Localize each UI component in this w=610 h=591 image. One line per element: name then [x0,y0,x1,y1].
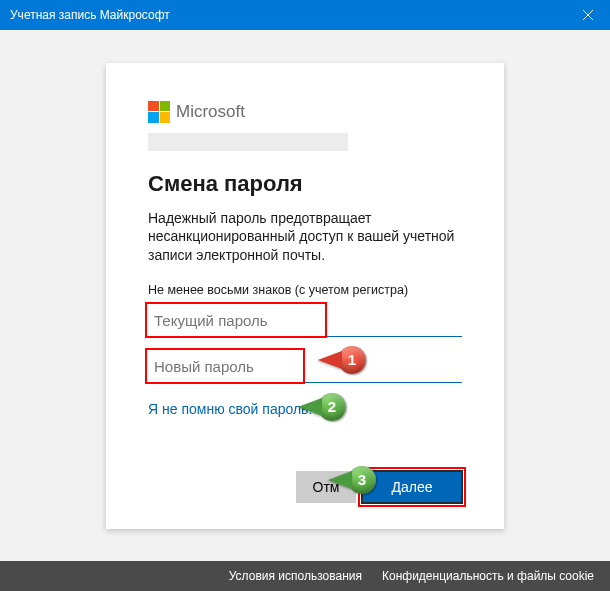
close-icon [583,10,593,20]
content-area: Microsoft Смена пароля Надежный пароль п… [0,30,610,561]
button-row: Отм Далее [296,471,462,503]
footer-terms-link[interactable]: Условия использования [229,569,362,583]
password-hint: Не менее восьми знаков (с учетом регистр… [148,283,462,297]
next-button[interactable]: Далее [362,471,462,503]
new-password-input[interactable] [148,351,462,383]
footer-privacy-link[interactable]: Конфиденциальность и файлы cookie [382,569,594,583]
current-password-input[interactable] [148,305,462,337]
logo-row: Microsoft [148,101,462,123]
callout-2-number: 2 [318,393,346,421]
titlebar: Учетная запись Майкрософт [0,0,610,30]
dialog-card: Microsoft Смена пароля Надежный пароль п… [106,63,504,529]
current-password-wrap [148,305,462,337]
footer: Условия использования Конфиденциальность… [0,561,610,591]
forgot-password-link[interactable]: Я не помню свой пароль. [148,401,312,417]
page-heading: Смена пароля [148,171,462,197]
brand-text: Microsoft [176,102,245,122]
close-button[interactable] [565,0,610,30]
new-password-wrap [148,351,462,383]
cancel-button[interactable]: Отм [296,471,356,503]
window-title: Учетная запись Майкрософт [10,8,565,22]
microsoft-logo-icon [148,101,170,123]
description-text: Надежный пароль предотвращает несанкцион… [148,209,462,266]
account-email-redacted [148,133,348,151]
